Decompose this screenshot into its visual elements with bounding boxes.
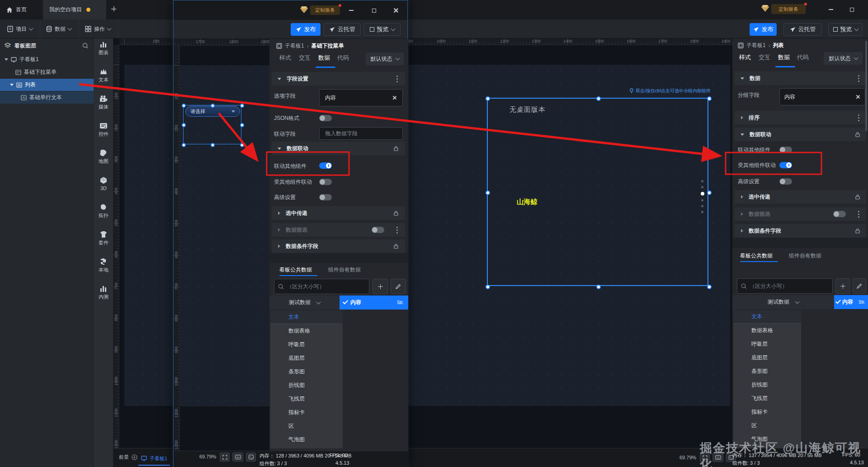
menu-operation[interactable]: 操作 bbox=[78, 19, 118, 38]
panel-tab-style[interactable]: 样式 bbox=[279, 54, 291, 62]
tab-home[interactable]: 首页 bbox=[0, 0, 43, 19]
panel-tab-interaction[interactable]: 交互 bbox=[299, 54, 311, 62]
list-option[interactable]: 呼吸层 bbox=[733, 337, 801, 351]
section-data-filter[interactable]: 数据筛选 bbox=[735, 207, 866, 221]
linkage-field-input[interactable]: 拖入数据字段 bbox=[319, 127, 403, 140]
list-option[interactable]: 折线图 bbox=[270, 378, 343, 392]
list-option[interactable]: 条形图 bbox=[270, 365, 343, 378]
list-option[interactable]: 底图层 bbox=[270, 351, 343, 365]
strip-item-local[interactable]: 本地 bbox=[94, 258, 113, 273]
list-scroll-dots[interactable] bbox=[701, 176, 704, 217]
strip-item-media[interactable]: 媒体 bbox=[94, 95, 113, 110]
section-menu-icon[interactable] bbox=[858, 117, 859, 119]
resize-handle[interactable] bbox=[182, 104, 186, 108]
resize-handle[interactable] bbox=[182, 123, 186, 127]
data-tab-own[interactable]: 组件自有数据 bbox=[328, 266, 361, 274]
data-filter-toggle[interactable] bbox=[372, 227, 384, 233]
console-button[interactable] bbox=[246, 453, 256, 462]
panel-tab-interaction[interactable]: 交互 bbox=[759, 53, 770, 62]
dataset-selector[interactable]: 测试数据 bbox=[732, 295, 834, 309]
strip-item-beta[interactable]: 内测 bbox=[94, 285, 113, 300]
clear-icon[interactable] bbox=[392, 95, 397, 100]
dataset-selector[interactable]: 测试数据 bbox=[269, 295, 340, 310]
edit-data-button[interactable] bbox=[853, 278, 866, 294]
floating-window[interactable]: 定制服务 发布 云托管 预览 1700 1800 1900 bbox=[173, 0, 408, 467]
list-option[interactable]: 气泡图 bbox=[270, 433, 343, 446]
resize-handle[interactable] bbox=[486, 191, 490, 195]
section-sort[interactable]: 排序 bbox=[735, 111, 866, 124]
menu-project[interactable]: 项目 bbox=[0, 19, 40, 38]
menu-data[interactable]: 数据 bbox=[39, 19, 79, 38]
cloud-host-button[interactable]: 云托管 bbox=[324, 23, 361, 36]
board-tab[interactable]: 子看板1 bbox=[138, 452, 170, 466]
resize-handle[interactable] bbox=[240, 123, 244, 127]
vip-badge[interactable]: 定制服务 bbox=[310, 5, 340, 15]
tree-item-list[interactable]: 列表 bbox=[0, 79, 94, 91]
preview-button[interactable]: 预览 bbox=[363, 23, 401, 36]
tab-project[interactable]: 我的空白项目 bbox=[43, 0, 106, 19]
add-data-button[interactable] bbox=[835, 278, 850, 294]
panel-tab-data[interactable]: 数据 bbox=[318, 54, 330, 62]
preview-button[interactable]: 预览 bbox=[828, 23, 863, 36]
minimize-button[interactable] bbox=[345, 5, 357, 15]
list-component-selection[interactable]: 无桌面版本 山海鲸 bbox=[487, 98, 708, 286]
fit-screen-button[interactable] bbox=[220, 453, 230, 462]
strip-item-controls[interactable]: 控件 bbox=[94, 122, 113, 138]
panel-tab-code[interactable]: 代码 bbox=[337, 54, 349, 62]
linked-by-other-toggle[interactable] bbox=[779, 162, 792, 168]
data-filter-toggle[interactable] bbox=[833, 211, 846, 217]
panel-tab-code[interactable]: 代码 bbox=[797, 53, 809, 62]
section-select-pass[interactable]: 选中传递 bbox=[272, 206, 405, 220]
selected-field-row[interactable]: 内容 Str. bbox=[834, 295, 868, 309]
cloud-host-button[interactable]: 云托管 bbox=[783, 23, 822, 36]
resize-handle[interactable] bbox=[240, 143, 244, 147]
section-menu-icon[interactable] bbox=[858, 78, 859, 79]
float-canvas[interactable]: 请选择 bbox=[180, 46, 269, 451]
resize-handle[interactable] bbox=[707, 285, 712, 289]
state-selector[interactable]: 默认状态 bbox=[366, 52, 404, 65]
advanced-toggle[interactable] bbox=[779, 178, 792, 185]
state-selector[interactable]: 默认状态 bbox=[824, 52, 863, 65]
minimize-button[interactable] bbox=[826, 5, 836, 14]
section-data-filter[interactable]: 数据筛选 bbox=[272, 223, 405, 237]
edit-data-button[interactable] bbox=[391, 279, 406, 294]
list-option[interactable]: 呼吸层 bbox=[270, 338, 343, 351]
publish-button[interactable]: 发布 bbox=[750, 23, 777, 36]
section-condition-field[interactable]: 数据条件字段 bbox=[272, 239, 405, 253]
list-option[interactable]: 区 bbox=[270, 419, 343, 433]
strip-item-map[interactable]: 地图 bbox=[94, 149, 113, 165]
data-search-box[interactable]: （区分大小写） bbox=[274, 279, 369, 294]
tree-item-text[interactable]: 基础单行文本 bbox=[0, 91, 94, 104]
list-option[interactable]: 飞线层 bbox=[270, 392, 343, 405]
list-option[interactable]: 数据表格 bbox=[270, 324, 343, 338]
data-tab-own[interactable]: 组件自有数据 bbox=[789, 252, 821, 260]
list-option[interactable]: 条形图 bbox=[733, 364, 801, 378]
tree-item-board[interactable]: 子看板1 bbox=[0, 53, 94, 66]
strip-item-text[interactable]: 文本 bbox=[94, 68, 113, 83]
list-option[interactable]: 飞线层 bbox=[733, 391, 801, 405]
maximize-button[interactable] bbox=[846, 5, 857, 14]
resize-handle[interactable] bbox=[707, 96, 712, 101]
linked-by-other-toggle[interactable] bbox=[319, 179, 332, 185]
breadcrumb-board[interactable]: 子看板1 bbox=[285, 42, 304, 50]
resize-handle[interactable] bbox=[211, 104, 215, 108]
close-button[interactable] bbox=[390, 5, 402, 15]
data-search-box[interactable]: （区分大小写） bbox=[737, 278, 833, 294]
resize-handle[interactable] bbox=[486, 285, 490, 289]
selected-field-row[interactable]: 内容 Str. bbox=[340, 295, 408, 310]
data-tab-public[interactable]: 看板公共数据 bbox=[740, 252, 773, 260]
section-data[interactable]: 数据 bbox=[735, 71, 866, 85]
tree-item-dropdown[interactable]: 基础下拉菜单 bbox=[0, 66, 94, 78]
resize-handle[interactable] bbox=[240, 104, 244, 108]
linkage-other-toggle[interactable] bbox=[779, 147, 792, 153]
resize-handle[interactable] bbox=[596, 285, 601, 289]
zoom-level[interactable]: 69.79% bbox=[679, 455, 696, 460]
section-menu-icon[interactable] bbox=[858, 214, 859, 215]
clear-icon[interactable] bbox=[856, 95, 860, 99]
group-field-input[interactable]: 内容 bbox=[779, 88, 865, 105]
list-option[interactable]: 折线图 bbox=[733, 378, 801, 391]
strip-item-suite[interactable]: 套件 bbox=[94, 231, 113, 246]
data-tab-public[interactable]: 看板公共数据 bbox=[279, 266, 312, 274]
list-option[interactable]: 数据表格 bbox=[733, 324, 801, 337]
resize-handle[interactable] bbox=[486, 96, 490, 101]
